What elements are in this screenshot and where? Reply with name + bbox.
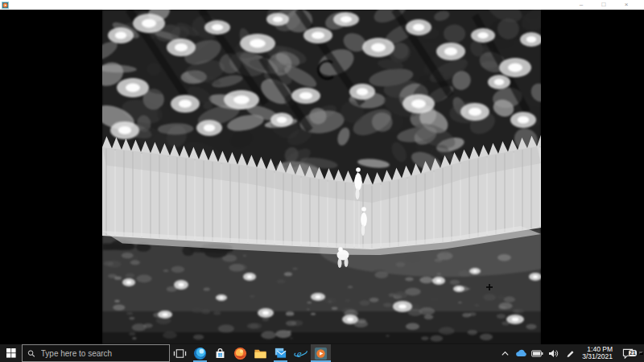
thermal-scene xyxy=(102,10,541,344)
taskbar-icon-internet-explorer[interactable]: e xyxy=(291,344,311,362)
app-icon[interactable] xyxy=(2,2,9,9)
windows-ink-tray-icon[interactable] xyxy=(563,348,576,358)
chevron-up-icon xyxy=(501,350,510,357)
search-icon xyxy=(27,349,35,358)
system-tray: 1:40 PM 3/31/2021 21 xyxy=(498,344,644,362)
clock-date: 3/31/2021 xyxy=(582,353,613,361)
cloud-icon xyxy=(515,349,527,357)
mail-icon xyxy=(274,347,287,360)
maximize-button[interactable]: □ xyxy=(592,0,615,10)
taskbar-icon-task-view[interactable] xyxy=(170,344,190,362)
desktop-screen: – □ × xyxy=(0,0,644,362)
volume-tray-icon[interactable] xyxy=(547,349,560,358)
taskbar-icon-mail[interactable] xyxy=(270,344,291,362)
action-center-button[interactable]: 21 xyxy=(618,348,637,359)
battery-icon xyxy=(531,350,543,357)
edge-icon xyxy=(193,347,207,360)
speaker-icon xyxy=(548,349,559,358)
search-input[interactable] xyxy=(39,348,164,359)
show-desktop-button[interactable] xyxy=(639,352,643,355)
onedrive-tray-icon[interactable] xyxy=(514,349,528,357)
taskbar-clock[interactable]: 1:40 PM 3/31/2021 xyxy=(579,346,616,361)
svg-text:e: e xyxy=(296,348,301,360)
close-button[interactable]: × xyxy=(615,0,638,10)
internet-explorer-icon: e xyxy=(294,347,308,360)
file-explorer-icon xyxy=(254,348,267,360)
taskbar-icon-edge[interactable] xyxy=(190,344,210,362)
pen-icon xyxy=(565,348,575,358)
start-button[interactable] xyxy=(0,344,22,362)
window-title-bar: – □ × xyxy=(0,0,644,10)
taskbar-icon-video-player[interactable] xyxy=(311,344,331,362)
minimize-button[interactable]: – xyxy=(570,0,592,10)
taskbar: e xyxy=(0,344,644,362)
taskbar-icon-store[interactable] xyxy=(210,344,230,362)
store-icon xyxy=(213,347,227,360)
show-hidden-icons-button[interactable] xyxy=(498,350,512,357)
video-player-icon xyxy=(314,347,328,360)
notification-count-badge: 21 xyxy=(629,350,637,356)
task-view-icon xyxy=(173,348,187,360)
taskbar-search-box[interactable] xyxy=(22,344,170,362)
taskbar-icon-file-explorer[interactable] xyxy=(250,344,270,362)
firefox-icon xyxy=(233,347,247,360)
battery-tray-icon[interactable] xyxy=(530,350,544,357)
windows-logo-icon xyxy=(6,348,16,358)
video-frame-thermal-border-wall xyxy=(102,10,541,344)
window-controls: – □ × xyxy=(570,0,644,10)
taskbar-icon-firefox[interactable] xyxy=(230,344,250,362)
media-player-app-icon xyxy=(2,2,9,9)
